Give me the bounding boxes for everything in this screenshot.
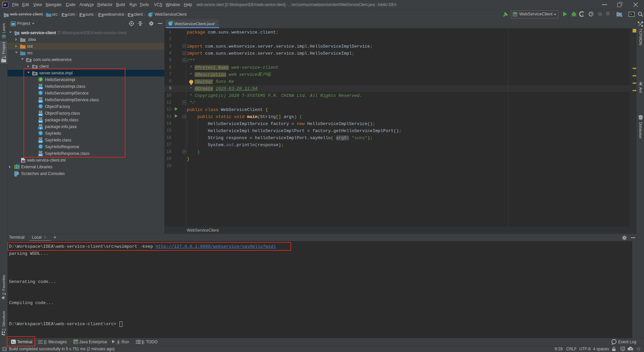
svg-text:2: 2 [630, 347, 632, 350]
svg-text:C: C [149, 13, 151, 17]
svg-text:C: C [169, 22, 172, 25]
